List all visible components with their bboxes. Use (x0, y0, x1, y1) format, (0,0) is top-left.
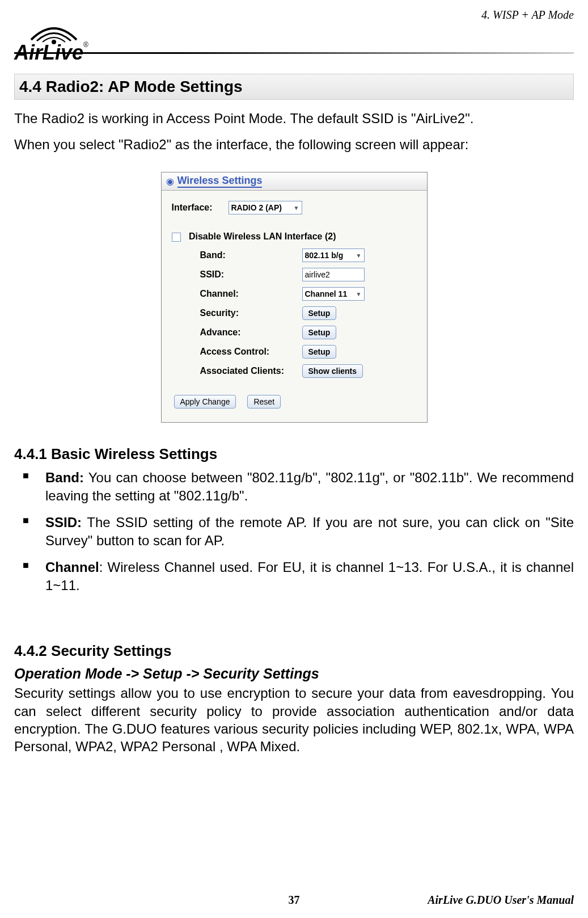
panel-titlebar: ◉ Wireless Settings (162, 172, 427, 191)
logo-reg: ® (83, 41, 88, 49)
ssid-label: SSID: (172, 269, 302, 280)
bullet-channel: Channel: Wireless Channel used. For EU, … (45, 558, 574, 595)
ssid-input[interactable] (302, 268, 365, 281)
chapter-header: 4. WISP + AP Mode (481, 9, 574, 22)
section-title: 4.4 Radio2: AP Mode Settings (14, 74, 574, 100)
band-label: Band: (172, 250, 302, 260)
interface-select[interactable]: RADIO 2 (AP) ▼ (229, 201, 302, 214)
associated-clients-label: Associated Clients: (172, 366, 302, 376)
footer: 37 AirLive G.DUO User's Manual (14, 894, 574, 907)
wireless-settings-panel: ◉ Wireless Settings Interface: RADIO 2 (… (161, 172, 428, 423)
access-control-setup-button[interactable]: Setup (302, 345, 337, 359)
channel-select[interactable]: Channel 11 ▼ (302, 287, 365, 301)
security-settings-heading: 4.4.2 Security Settings (14, 642, 574, 660)
chevron-down-icon: ▼ (294, 205, 299, 211)
show-clients-button[interactable]: Show clients (302, 364, 363, 378)
advance-label: Advance: (172, 327, 302, 338)
header-divider (14, 52, 574, 54)
page-number: 37 (289, 894, 300, 907)
intro-line-2: When you select "Radio2" as the interfac… (14, 134, 574, 155)
logo: AirLive® (14, 6, 145, 65)
bullet-channel-label: Channel (45, 559, 99, 575)
security-body: Security settings allow you to use encry… (14, 684, 574, 755)
channel-value: Channel 11 (305, 289, 348, 298)
bullet-ssid-text: The SSID setting of the remote AP. If yo… (45, 515, 574, 548)
bullet-ssid-label: SSID: (45, 515, 82, 530)
security-breadcrumb: Operation Mode -> Setup -> Security Sett… (14, 666, 574, 682)
chevron-down-icon: ▼ (356, 252, 362, 259)
bullet-ssid: SSID: The SSID setting of the remote AP.… (45, 513, 574, 550)
bullet-band-label: Band: (45, 470, 84, 485)
intro-line-1: The Radio2 is working in Access Point Mo… (14, 108, 574, 129)
reset-button[interactable]: Reset (247, 395, 281, 409)
interface-label: Interface: (172, 203, 229, 213)
bullet-band-text: You can choose between "802.11g/b", "802… (45, 470, 574, 503)
security-setup-button[interactable]: Setup (302, 306, 337, 320)
channel-label: Channel: (172, 289, 302, 299)
bullet-channel-text: : Wireless Channel used. For EU, it is c… (45, 559, 574, 593)
apply-change-button[interactable]: Apply Change (174, 395, 236, 409)
gear-icon: ◉ (166, 176, 174, 187)
interface-value: RADIO 2 (AP) (231, 203, 282, 212)
disable-label: Disable Wireless LAN Interface (2) (189, 231, 336, 241)
advance-setup-button[interactable]: Setup (302, 326, 337, 339)
band-select[interactable]: 802.11 b/g ▼ (302, 249, 365, 262)
security-label: Security: (172, 308, 302, 318)
access-control-label: Access Control: (172, 347, 302, 357)
band-value: 802.11 b/g (305, 251, 344, 260)
panel-title: Wireless Settings (177, 175, 263, 188)
manual-title: AirLive G.DUO User's Manual (428, 894, 574, 907)
disable-checkbox[interactable] (172, 233, 181, 242)
basic-settings-heading: 4.4.1 Basic Wireless Settings (14, 445, 574, 463)
bullet-band: Band: You can choose between "802.11g/b"… (45, 469, 574, 506)
chevron-down-icon: ▼ (356, 291, 362, 297)
